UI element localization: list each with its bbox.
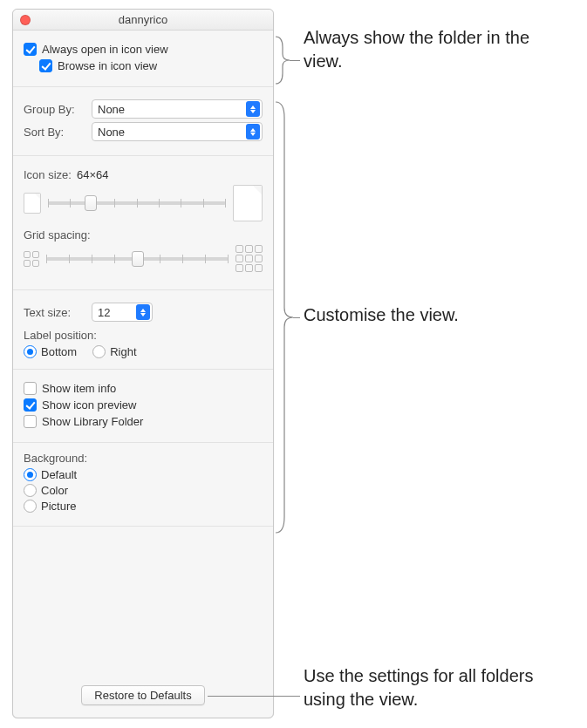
radio-picture[interactable] (24, 500, 37, 513)
label-pos-bottom[interactable]: Bottom (24, 345, 77, 358)
bg-color[interactable]: Color (24, 484, 263, 497)
text-size-value: 12 (98, 306, 110, 319)
bg-default[interactable]: Default (24, 468, 263, 481)
file-icon-large (233, 185, 263, 221)
restore-defaults-button[interactable]: Restore to Defaults (81, 685, 204, 705)
radio-color[interactable] (24, 484, 37, 497)
label-pos-right[interactable]: Right (92, 345, 136, 358)
sort-by-select[interactable]: None (92, 122, 263, 141)
browse-label: Browse in icon view (58, 59, 157, 72)
text-size-select[interactable]: 12 (92, 303, 153, 322)
show-library-row[interactable]: Show Library Folder (24, 415, 263, 428)
sort-by-value: None (98, 126, 125, 139)
grid-spacing-label: Grid spacing: (24, 228, 263, 242)
radio-bottom[interactable] (24, 345, 37, 358)
section-show: Show item info Show icon preview Show Li… (13, 370, 273, 443)
group-by-label: Group By: (24, 103, 92, 116)
section-arrange: Group By: None Sort By: None (13, 87, 273, 156)
sort-by-label: Sort By: (24, 126, 92, 139)
grid-spacing-slider[interactable] (46, 250, 229, 268)
show-library-checkbox[interactable] (24, 415, 37, 428)
callout-line (290, 60, 300, 61)
radio-default[interactable] (24, 468, 37, 481)
file-icon-small (24, 193, 41, 214)
show-item-info-row[interactable]: Show item info (24, 382, 263, 395)
bg-color-label: Color (41, 484, 68, 497)
group-by-select[interactable]: None (92, 99, 263, 119)
callout-always-show: Always show the folder in the view. (304, 26, 565, 73)
always-open-label: Always open in icon view (42, 43, 168, 56)
titlebar: dannyrico (13, 10, 273, 31)
close-icon[interactable] (20, 15, 31, 25)
icon-size-label: Icon size: (24, 168, 72, 181)
icon-size-value: 64×64 (77, 168, 109, 181)
chevron-updown-icon (246, 101, 260, 117)
show-item-info-label: Show item info (42, 382, 116, 395)
section-view-mode: Always open in icon view Browse in icon … (13, 31, 273, 87)
label-right-text: Right (110, 345, 136, 358)
chevron-updown-icon (136, 304, 150, 320)
section-text: Text size: 12 Label position: Bottom Rig… (13, 290, 273, 370)
show-icon-preview-checkbox[interactable] (24, 398, 37, 412)
always-open-row[interactable]: Always open in icon view (24, 43, 263, 56)
window-title: dannyrico (119, 13, 167, 26)
grid-tight-icon (24, 251, 39, 267)
callout-restore: Use the settings for all folders using t… (304, 664, 574, 711)
text-size-label: Text size: (24, 306, 92, 319)
group-by-value: None (98, 103, 125, 116)
bg-picture-label: Picture (41, 500, 76, 513)
label-bottom-text: Bottom (41, 345, 77, 358)
bg-picture[interactable]: Picture (24, 500, 263, 513)
bg-default-label: Default (41, 468, 77, 481)
show-icon-preview-label: Show icon preview (42, 398, 136, 412)
callout-line (293, 317, 300, 318)
section-icon: Icon size: 64×64 Grid spacing: (13, 156, 273, 290)
chevron-updown-icon (246, 124, 260, 139)
browse-row[interactable]: Browse in icon view (39, 59, 263, 72)
browse-checkbox[interactable] (39, 59, 52, 72)
show-library-label: Show Library Folder (42, 415, 143, 428)
callout-customise: Customise the view. (304, 303, 565, 327)
view-options-window: dannyrico Always open in icon view Brows… (12, 9, 274, 718)
radio-right[interactable] (92, 345, 106, 358)
always-open-checkbox[interactable] (24, 43, 37, 56)
callout-line (208, 696, 300, 697)
label-position-label: Label position: (24, 329, 263, 342)
icon-size-slider[interactable] (48, 194, 226, 212)
background-heading: Background: (24, 452, 263, 465)
section-background: Background: Default Color Picture (13, 443, 273, 527)
grid-loose-icon (235, 245, 263, 272)
show-item-info-checkbox[interactable] (24, 382, 37, 395)
show-icon-preview-row[interactable]: Show icon preview (24, 398, 263, 412)
